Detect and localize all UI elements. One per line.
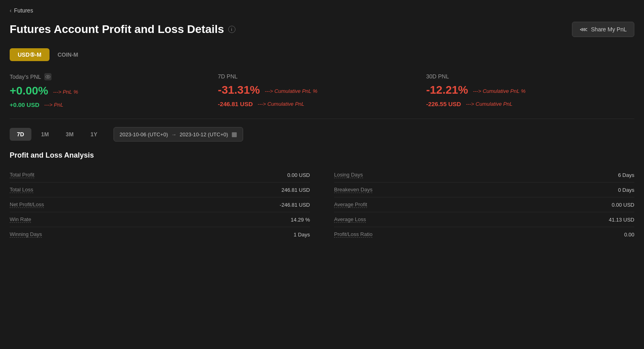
tab-usd-m[interactable]: USD⑤-M [10,48,50,61]
row-label: Total Profit [10,172,34,178]
row-value: 0.00 [624,232,634,238]
today-pnl-usd-arrow: ---> PnL [44,102,63,108]
analysis-right-col: Losing Days 6 Days Breakeven Days 0 Days… [334,168,634,242]
row-value: 0.00 USD [287,172,310,178]
today-pnl-percent-row: +0.00% ---> PnL % [10,84,202,99]
seven-d-pnl-label: 7D PNL [218,73,410,80]
row-label: Profit/Loss Ratio [334,231,372,238]
period-1y-button[interactable]: 1Y [83,128,105,141]
row-value: 0 Days [618,187,634,193]
svg-point-1 [47,76,49,78]
date-range-end: 2023-10-12 (UTC+0) [180,131,228,138]
seven-d-pnl-usd: -246.81 USD [218,101,253,107]
analysis-row: Breakeven Days 0 Days [334,183,634,197]
page-header: Futures Account Profit and Loss Details … [0,18,644,45]
period-1m-button[interactable]: 1M [34,128,56,141]
row-label: Average Profit [334,201,367,208]
today-pnl-percent: +0.00% [10,84,48,97]
row-value: 6 Days [618,172,634,178]
thirty-d-pnl-percent-arrow: ---> Cumulative PnL % [473,88,526,94]
pnl-section: Today's PNL +0.00% ---> PnL % +0.00 USD … [0,69,644,119]
seven-d-pnl-percent-arrow: ---> Cumulative PnL % [265,88,318,94]
analysis-title: Profit and Loss Analysis [10,151,634,160]
seven-d-pnl-col: 7D PNL -31.31% ---> Cumulative PnL % -24… [218,73,426,111]
share-icon: ⋘ [580,26,588,33]
thirty-d-pnl-usd-row: -226.55 USD ---> Cumulative PnL [426,101,618,107]
row-label: Total Loss [10,187,33,193]
page-title: Futures Account Profit and Loss Details [10,23,224,36]
row-value: -246.81 USD [280,202,310,208]
back-nav-label: Futures [14,7,33,14]
tab-coin-m[interactable]: COIN-M [50,48,86,61]
calendar-icon: ▦ [231,131,237,138]
page-title-row: Futures Account Profit and Loss Details … [10,23,235,36]
analysis-row: Net Profit/Loss -246.81 USD [10,197,310,212]
row-label: Net Profit/Loss [10,201,44,208]
today-pnl-percent-arrow: ---> PnL % [53,89,78,95]
thirty-d-pnl-col: 30D PNL -12.21% ---> Cumulative PnL % -2… [426,73,634,111]
thirty-d-pnl-usd: -226.55 USD [426,101,461,107]
chevron-left-icon: ‹ [10,7,12,14]
today-pnl-col: Today's PNL +0.00% ---> PnL % +0.00 USD … [10,73,218,111]
today-pnl-label: Today's PNL [10,73,202,80]
row-label: Average Loss [334,216,366,223]
row-label: Win Rate [10,216,31,223]
analysis-section: Profit and Loss Analysis Total Profit 0.… [0,151,644,242]
period-7d-button[interactable]: 7D [10,128,31,141]
analysis-row: Average Loss 41.13 USD [334,212,634,227]
account-type-tabs: USD⑤-M COIN-M [0,45,644,69]
row-value: 246.81 USD [281,187,310,193]
share-btn-label: Share My PnL [591,26,627,33]
period-selector: 7D 1M 3M 1Y 2023-10-06 (UTC+0) → 2023-10… [0,127,644,151]
eye-icon[interactable] [44,73,52,80]
analysis-row: Winning Days 1 Days [10,227,310,242]
seven-d-pnl-percent-row: -31.31% ---> Cumulative PnL % [218,84,410,98]
row-value: 41.13 USD [609,217,634,223]
share-pnl-button[interactable]: ⋘ Share My PnL [572,22,634,37]
seven-d-pnl-percent: -31.31% [218,84,260,96]
analysis-row: Total Profit 0.00 USD [10,168,310,183]
thirty-d-pnl-percent-row: -12.21% ---> Cumulative PnL % [426,84,618,98]
row-label: Winning Days [10,231,42,238]
seven-d-pnl-usd-arrow: ---> Cumulative PnL [258,101,304,107]
seven-d-pnl-usd-row: -246.81 USD ---> Cumulative PnL [218,101,410,107]
row-label: Losing Days [334,172,363,178]
analysis-row: Total Loss 246.81 USD [10,183,310,197]
row-value: 1 Days [294,232,310,238]
row-value: 0.00 USD [612,202,634,208]
analysis-row: Profit/Loss Ratio 0.00 [334,227,634,242]
section-divider [10,119,634,119]
date-range-picker[interactable]: 2023-10-06 (UTC+0) → 2023-10-12 (UTC+0) … [114,127,243,142]
row-label: Breakeven Days [334,187,372,193]
info-icon[interactable]: i [228,26,235,33]
thirty-d-pnl-label: 30D PNL [426,73,618,80]
today-pnl-usd-row: +0.00 USD ---> PnL [10,101,202,108]
row-value: 14.29 % [291,217,310,223]
back-nav[interactable]: ‹ Futures [0,0,644,18]
thirty-d-pnl-percent: -12.21% [426,84,468,96]
analysis-left-col: Total Profit 0.00 USD Total Loss 246.81 … [10,168,310,242]
analysis-row: Average Profit 0.00 USD [334,197,634,212]
period-3m-button[interactable]: 3M [58,128,80,141]
date-range-arrow: → [171,131,176,138]
thirty-d-pnl-usd-arrow: ---> Cumulative PnL [466,101,512,107]
analysis-row: Win Rate 14.29 % [10,212,310,227]
analysis-grid: Total Profit 0.00 USD Total Loss 246.81 … [10,168,634,242]
date-range-start: 2023-10-06 (UTC+0) [120,131,168,138]
analysis-row: Losing Days 6 Days [334,168,634,183]
today-pnl-usd: +0.00 USD [10,101,39,108]
